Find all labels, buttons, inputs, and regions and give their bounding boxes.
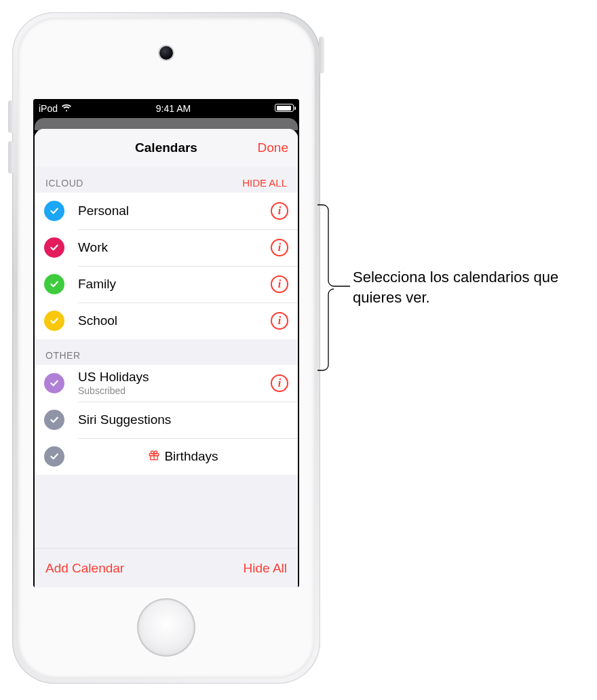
info-icon[interactable]: i — [271, 202, 288, 220]
device-inner: iPod 9:41 AM Calendars Done — [18, 18, 315, 678]
volume-up-button — [8, 100, 14, 133]
info-icon[interactable]: i — [271, 374, 288, 392]
icloud-calendar-list: Personal i Work i Family — [35, 193, 298, 339]
volume-down-button — [8, 141, 14, 174]
calendar-row-family[interactable]: Family i — [35, 266, 298, 303]
section-header-label: ICLOUD — [45, 178, 83, 189]
calendar-label: Siri Suggestions — [78, 412, 288, 428]
callout-bracket — [316, 203, 351, 372]
done-button[interactable]: Done — [258, 129, 288, 167]
sheet-footer: Add Calendar Hide All — [35, 548, 298, 587]
front-camera — [159, 46, 173, 60]
calendar-label: School — [78, 313, 271, 329]
status-bar: iPod 9:41 AM — [33, 99, 299, 118]
calendar-label: Family — [78, 277, 271, 292]
calendar-row-work[interactable]: Work i — [35, 229, 298, 266]
power-button — [319, 37, 324, 73]
check-icon[interactable] — [44, 373, 64, 393]
check-icon[interactable] — [44, 237, 64, 258]
calendar-row-birthdays[interactable]: Birthdays — [35, 438, 298, 475]
hide-all-button[interactable]: Hide All — [244, 561, 287, 576]
section-header-other: OTHER — [35, 339, 298, 365]
screen: iPod 9:41 AM Calendars Done — [33, 99, 299, 587]
calendar-label: Personal — [78, 203, 271, 219]
list-footer-spacer — [35, 475, 298, 498]
section-header-icloud: ICLOUD HIDE ALL — [35, 167, 298, 193]
calendar-row-school[interactable]: School i — [35, 303, 298, 339]
section-header-label: OTHER — [45, 350, 81, 361]
check-icon[interactable] — [44, 274, 64, 294]
info-icon[interactable]: i — [271, 239, 288, 256]
check-icon[interactable] — [44, 311, 64, 331]
calendar-row-personal[interactable]: Personal i — [35, 193, 298, 229]
check-icon[interactable] — [44, 446, 64, 467]
hide-all-icloud-button[interactable]: HIDE ALL — [242, 177, 287, 189]
calendar-sublabel: Subscribed — [78, 385, 271, 397]
wifi-icon — [61, 102, 72, 115]
check-icon[interactable] — [44, 201, 64, 221]
home-button — [137, 598, 195, 657]
callout-text: Selecciona los calendarios que quieres v… — [353, 267, 583, 307]
calendar-label: US Holidays — [78, 370, 271, 385]
sheet-header: Calendars Done — [35, 129, 298, 167]
other-calendar-list: US Holidays Subscribed i Siri Suggestion… — [35, 365, 298, 475]
calendars-sheet: Calendars Done ICLOUD HIDE ALL Personal … — [35, 129, 298, 587]
check-icon[interactable] — [44, 410, 64, 430]
battery-icon — [275, 104, 294, 112]
calendar-row-us-holidays[interactable]: US Holidays Subscribed i — [35, 365, 298, 402]
info-icon[interactable]: i — [271, 312, 288, 330]
status-time: 9:41 AM — [156, 103, 191, 114]
ipod-device: iPod 9:41 AM Calendars Done — [12, 12, 320, 684]
gift-icon — [148, 449, 160, 464]
status-device-label: iPod — [39, 103, 58, 114]
calendar-row-siri-suggestions[interactable]: Siri Suggestions — [35, 402, 298, 438]
calendar-label: Work — [78, 240, 271, 256]
calendar-label: Birthdays — [164, 449, 218, 465]
add-calendar-button[interactable]: Add Calendar — [45, 561, 124, 576]
info-icon[interactable]: i — [271, 275, 288, 293]
sheet-title: Calendars — [135, 140, 197, 155]
